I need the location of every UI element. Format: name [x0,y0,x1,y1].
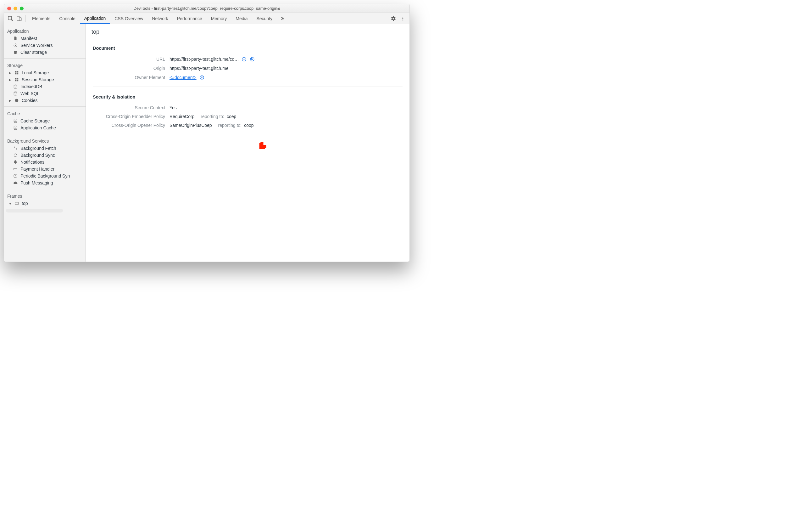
svg-point-15 [14,85,17,86]
tab-memory[interactable]: Memory [207,13,231,24]
sidebar-item-notifications[interactable]: Notifications [4,159,86,166]
tab-label: Elements [32,16,50,21]
sidebar-item-label: Periodic Background Syn [20,173,70,179]
sidebar-item-label: Background Fetch [20,146,56,151]
device-toolbar-icon[interactable] [15,13,24,24]
svg-point-6 [15,45,16,46]
label-origin: Origin [93,66,165,71]
trash-icon [13,50,18,55]
label-coop: Cross-Origin Opener Policy [93,123,165,128]
tab-label: Performance [177,16,202,21]
cookie-icon [14,98,19,103]
label-owner-element: Owner Element [93,75,165,80]
content: Application Manifest Service Workers Cle… [4,24,409,262]
disclosure-triangle-icon[interactable]: ▸ [9,77,12,82]
sidebar-item-label: Session Storage [22,77,54,82]
row-coep: Cross-Origin Embedder Policy RequireCorp… [93,112,403,121]
label-coop-reporting: reporting to: [218,123,242,128]
sidebar-item-payment-handler[interactable]: Payment Handler [4,166,86,172]
sidebar-item-cache-storage[interactable]: Cache Storage [4,117,86,124]
svg-point-21 [14,119,17,120]
section-title-security: Security & Isolation [93,95,403,99]
owner-element-link[interactable]: <#document> [170,75,197,80]
tab-application[interactable]: Application [80,13,111,24]
grid-icon [14,77,19,82]
sidebar-item-periodic-background-sync[interactable]: Periodic Background Syn [4,172,86,179]
svg-point-4 [403,18,404,19]
svg-point-5 [403,19,404,20]
more-menu-button[interactable] [398,13,408,24]
clock-icon [13,173,18,179]
sidebar-item-websql[interactable]: Web SQL [4,90,86,97]
svg-point-3 [403,17,404,18]
disclosure-triangle-icon[interactable]: ▸ [9,98,12,103]
tab-media[interactable]: Media [231,13,252,24]
svg-rect-13 [15,80,17,82]
close-window-button[interactable] [7,6,11,10]
sidebar-item-label: Manifest [20,36,37,41]
sidebar-item-background-fetch[interactable]: Background Fetch [4,145,86,152]
tab-console[interactable]: Console [55,13,79,24]
sidebar-item-local-storage[interactable]: ▸ Local Storage [4,69,86,76]
tab-elements[interactable]: Elements [28,13,55,24]
sidebar-item-manifest[interactable]: Manifest [4,35,86,42]
sidebar-item-background-sync[interactable]: Background Sync [4,152,86,159]
zoom-window-button[interactable] [20,6,24,10]
value-url: https://first-party-test.glitch.me/co… [170,57,239,62]
value-coep-reporting: coep [227,114,236,119]
section-title-document: Document [93,46,403,51]
sidebar-item-frame-top[interactable]: ▾ top [4,200,86,207]
svg-point-20 [17,99,17,100]
devtools-window: DevTools - first-party-test.glitch.me/co… [4,4,410,262]
sidebar-item-label: top [22,201,28,206]
sidebar-item-push-messaging[interactable]: Push Messaging [4,179,86,186]
frame-icon [14,201,19,206]
svg-rect-7 [15,71,17,73]
copy-url-icon[interactable] [241,56,247,62]
devtools-tabbar: Elements Console Application CSS Overvie… [4,13,409,24]
svg-point-22 [14,126,17,127]
annotation-arrow-icon [258,136,272,150]
sidebar-item-label: Push Messaging [20,180,53,185]
row-coop: Cross-Origin Opener Policy SameOriginPlu… [93,121,403,130]
grid-icon [14,70,19,75]
disclosure-triangle-icon[interactable]: ▸ [9,70,12,75]
tab-network[interactable]: Network [147,13,172,24]
sidebar-item-indexeddb[interactable]: IndexedDB [4,83,86,90]
sidebar-item-label: Service Workers [20,43,53,48]
tab-css-overview[interactable]: CSS Overview [110,13,147,24]
row-owner-element: Owner Element <#document> [93,73,403,82]
sidebar-item-session-storage[interactable]: ▸ Session Storage [4,76,86,83]
svg-point-18 [16,100,16,100]
sidebar-item-label: Cookies [22,98,38,103]
sidebar-item-clear-storage[interactable]: Clear storage [4,49,86,56]
tab-security[interactable]: Security [252,13,277,24]
sidebar-item-cookies[interactable]: ▸ Cookies [4,97,86,104]
separator [26,15,26,22]
fetch-icon [13,146,18,151]
svg-rect-11 [15,78,17,80]
tab-performance[interactable]: Performance [173,13,207,24]
sidebar-section-storage: Storage [4,61,86,69]
svg-rect-25 [15,202,18,205]
database-icon [13,118,18,123]
sidebar-item-label: Cache Storage [20,118,50,123]
sidebar-item-label: Application Cache [20,125,56,130]
label-secure-context: Secure Context [93,105,165,110]
sidebar-item-application-cache[interactable]: Application Cache [4,124,86,131]
value-origin: https://first-party-test.glitch.me [170,66,229,71]
disclosure-triangle-icon[interactable]: ▾ [9,201,12,206]
inspect-element-icon[interactable] [6,13,15,24]
value-coop: SameOriginPlusCoep [170,123,212,128]
database-icon [13,91,18,96]
horizontal-scrollbar[interactable] [6,209,63,212]
open-in-network-icon[interactable] [249,56,255,62]
kebab-icon [400,16,405,21]
tab-overflow[interactable] [277,13,288,24]
application-sidebar[interactable]: Application Manifest Service Workers Cle… [4,24,86,262]
sidebar-item-service-workers[interactable]: Service Workers [4,42,86,49]
minimize-window-button[interactable] [14,6,17,10]
settings-button[interactable] [389,13,398,24]
reveal-in-elements-icon[interactable] [199,74,205,80]
gear-icon [13,43,18,48]
